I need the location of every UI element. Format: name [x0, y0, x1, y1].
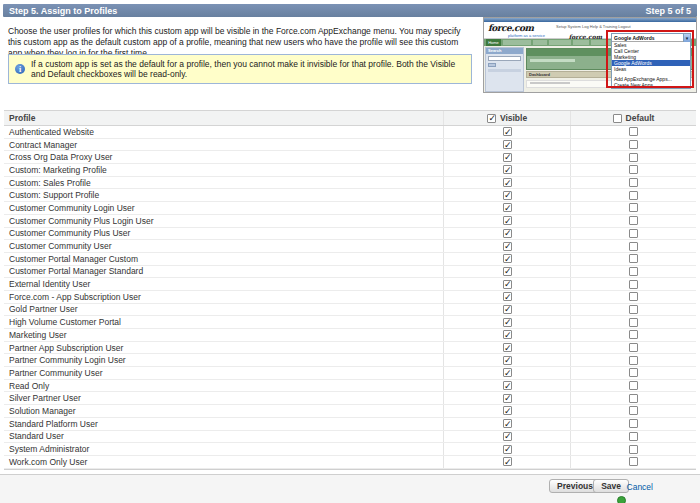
profile-name: Work.com Only User	[9, 457, 87, 467]
profile-name: Read Only	[9, 381, 49, 391]
table-row: Custom: Sales Profile	[4, 177, 696, 190]
default-checkbox[interactable]	[629, 242, 638, 251]
default-checkbox[interactable]	[629, 330, 638, 339]
profile-name: Customer Community User	[9, 241, 112, 251]
visible-checkbox[interactable]	[503, 280, 512, 289]
default-header-checkbox[interactable]	[613, 114, 622, 123]
thumb-tab	[503, 40, 531, 45]
visible-checkbox[interactable]	[503, 191, 512, 200]
visible-checkbox[interactable]	[503, 254, 512, 263]
default-checkbox[interactable]	[629, 127, 638, 136]
visible-checkbox[interactable]	[503, 457, 512, 466]
visible-checkbox[interactable]	[503, 394, 512, 403]
cancel-link[interactable]: Cancel	[627, 482, 653, 492]
default-checkbox[interactable]	[629, 445, 638, 454]
default-checkbox[interactable]	[629, 203, 638, 212]
profile-name: Customer Portal Manager Standard	[9, 266, 143, 276]
table-row: Solution Manager	[4, 405, 696, 418]
visible-checkbox[interactable]	[503, 419, 512, 428]
click-indicator-dot	[617, 496, 626, 503]
profile-name: Customer Community Plus User	[9, 228, 130, 238]
table-row: Partner Community Login User	[4, 354, 696, 367]
default-checkbox[interactable]	[629, 178, 638, 187]
visible-checkbox[interactable]	[503, 318, 512, 327]
default-checkbox[interactable]	[629, 216, 638, 225]
default-checkbox[interactable]	[629, 191, 638, 200]
table-row: Customer Community User	[4, 240, 696, 253]
visible-checkbox[interactable]	[503, 343, 512, 352]
profile-name: Partner App Subscription User	[9, 343, 123, 353]
default-checkbox[interactable]	[629, 457, 638, 466]
visible-checkbox[interactable]	[503, 356, 512, 365]
default-checkbox[interactable]	[629, 318, 638, 327]
profile-name: Custom: Sales Profile	[9, 178, 91, 188]
default-checkbox[interactable]	[629, 280, 638, 289]
default-checkbox[interactable]	[629, 368, 638, 377]
save-button[interactable]: Save	[593, 479, 629, 493]
visible-checkbox[interactable]	[503, 127, 512, 136]
profile-name: Force.com - App Subscription User	[9, 292, 141, 302]
default-checkbox[interactable]	[629, 140, 638, 149]
visible-checkbox[interactable]	[503, 305, 512, 314]
visible-checkbox[interactable]	[503, 292, 512, 301]
table-row: Marketing User	[4, 329, 696, 342]
default-checkbox[interactable]	[629, 267, 638, 276]
thumb-home-panel-link	[530, 59, 575, 62]
page-title: Step 5. Assign to Profiles	[9, 6, 117, 16]
profile-name: Customer Community Plus Login User	[9, 216, 154, 226]
thumb-search-label: Search	[486, 48, 523, 54]
visible-checkbox[interactable]	[503, 165, 512, 174]
visible-checkbox[interactable]	[503, 368, 512, 377]
thumb-sidebar-item	[488, 69, 521, 72]
default-checkbox[interactable]	[629, 394, 638, 403]
thumb-home-tab: Home	[486, 39, 501, 46]
visible-header-checkbox[interactable]	[487, 114, 496, 123]
footer-bar: Previous Save Cancel	[0, 474, 700, 503]
visible-checkbox[interactable]	[503, 242, 512, 251]
visible-checkbox[interactable]	[503, 381, 512, 390]
table-row: Standard Platform User	[4, 418, 696, 431]
default-checkbox[interactable]	[629, 165, 638, 174]
default-checkbox[interactable]	[629, 419, 638, 428]
visible-checkbox[interactable]	[503, 216, 512, 225]
table-row: Custom: Marketing Profile	[4, 164, 696, 177]
default-checkbox[interactable]	[629, 292, 638, 301]
default-checkbox[interactable]	[629, 153, 638, 162]
default-checkbox[interactable]	[629, 432, 638, 441]
profile-name: Silver Partner User	[9, 393, 81, 403]
visible-checkbox[interactable]	[503, 267, 512, 276]
step-indicator: Step 5 of 5	[645, 6, 691, 16]
visible-checkbox[interactable]	[503, 140, 512, 149]
thumb-go-button	[488, 63, 496, 67]
table-row: Customer Portal Manager Standard	[4, 266, 696, 279]
visible-checkbox[interactable]	[503, 229, 512, 238]
profile-name: Standard Platform User	[9, 419, 98, 429]
profile-name: Custom: Support Profile	[9, 190, 99, 200]
red-highlight-box	[606, 30, 694, 88]
visible-checkbox[interactable]	[503, 178, 512, 187]
default-checkbox[interactable]	[629, 305, 638, 314]
table-row: Gold Partner User	[4, 304, 696, 317]
column-header-visible: Visible	[500, 113, 527, 123]
info-message-box: i If a custom app is set as the default …	[8, 54, 472, 84]
visible-checkbox[interactable]	[503, 432, 512, 441]
visible-checkbox[interactable]	[503, 203, 512, 212]
default-checkbox[interactable]	[629, 343, 638, 352]
profile-name: High Volume Customer Portal	[9, 317, 121, 327]
visible-checkbox[interactable]	[503, 330, 512, 339]
visible-checkbox[interactable]	[503, 153, 512, 162]
profile-name: System Administrator	[9, 444, 89, 454]
thumb-sidebar: Search	[485, 47, 524, 92]
thumb-asof-text	[530, 82, 570, 84]
thumb-tab	[549, 40, 571, 45]
table-row: Partner Community User	[4, 367, 696, 380]
default-checkbox[interactable]	[629, 406, 638, 415]
default-checkbox[interactable]	[629, 254, 638, 263]
default-checkbox[interactable]	[629, 229, 638, 238]
visible-checkbox[interactable]	[503, 445, 512, 454]
default-checkbox[interactable]	[629, 356, 638, 365]
table-row: Contract Manager	[4, 139, 696, 152]
app-menu-screenshot-thumbnail: force.com platform as a service Setup Sy…	[483, 17, 697, 93]
visible-checkbox[interactable]	[503, 406, 512, 415]
default-checkbox[interactable]	[629, 381, 638, 390]
